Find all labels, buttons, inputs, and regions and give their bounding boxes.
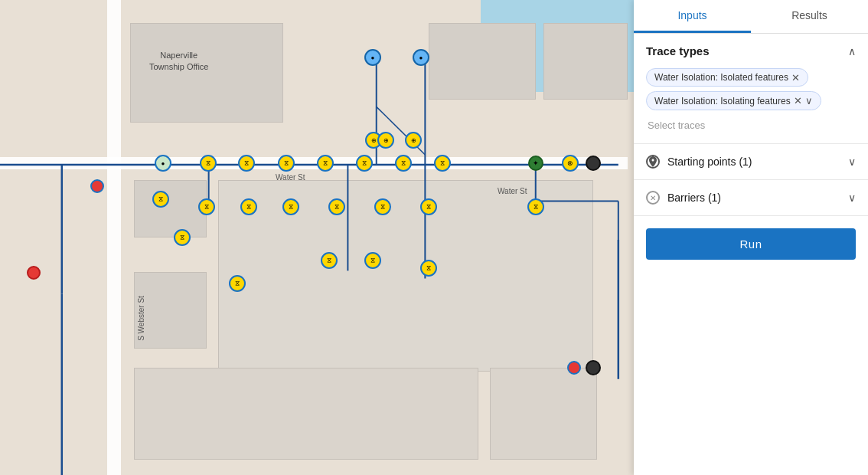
starting-points-section: Starting points (1) ∨ [634, 144, 868, 180]
node-3: ⧖ [278, 155, 295, 172]
node-18: ⧖ [527, 198, 544, 215]
road-v-left [107, 0, 121, 475]
map-container[interactable]: Naperville Township Office ⧖ ⧖ ⧖ ⧖ ⧖ ⧖ ⧖… [0, 0, 634, 475]
tab-results[interactable]: Results [751, 0, 868, 33]
trace-tag-2: Water Isolation: Isolating features ✕ ∨ [646, 91, 821, 110]
panel-content: Trace types ∧ Water Isolation: Isolated … [634, 34, 868, 475]
barriers-section: ✕ Barriers (1) ∨ [634, 180, 868, 216]
street-label-water-2: Water St [498, 187, 527, 195]
node-10: ● [413, 49, 429, 66]
node-cluster-2: ⊕ [377, 132, 394, 149]
node-8: ● [155, 155, 171, 172]
node-19: ⧖ [174, 229, 191, 246]
building-9 [543, 23, 628, 100]
tag-container: Water Isolation: Isolated features ✕ Wat… [646, 68, 856, 110]
node-5: ⧖ [356, 155, 373, 172]
node-7: ⧖ [434, 155, 451, 172]
trace-types-header[interactable]: Trace types ∧ [634, 34, 868, 68]
building-7 [490, 368, 597, 460]
run-button-container: Run [634, 216, 868, 272]
node-red-2 [27, 266, 41, 280]
node-6: ⧖ [395, 155, 412, 172]
starting-points-chevron-icon: ∨ [848, 156, 856, 168]
node-21: ⧖ [364, 252, 381, 269]
building-6 [134, 368, 478, 460]
select-traces-placeholder[interactable]: Select traces [646, 116, 856, 134]
node-17: ⧖ [420, 198, 437, 215]
node-2: ⧖ [238, 155, 255, 172]
node-20: ⧖ [321, 252, 338, 269]
trace-tag-1: Water Isolation: Isolated features ✕ [646, 68, 808, 87]
node-11: ⧖ [152, 191, 169, 208]
trace-tag-2-close[interactable]: ✕ [794, 96, 802, 106]
run-button[interactable]: Run [646, 228, 856, 260]
node-black-2: ⊗ [562, 155, 579, 172]
trace-types-content: Water Isolation: Isolated features ✕ Wat… [634, 68, 868, 143]
node-23: ⧖ [229, 275, 246, 292]
node-4: ⧖ [317, 155, 334, 172]
barriers-header[interactable]: ✕ Barriers (1) ∨ [634, 180, 868, 215]
node-black-3 [586, 360, 601, 375]
node-15: ⧖ [328, 198, 345, 215]
trace-tag-1-label: Water Isolation: Isolated features [654, 72, 788, 83]
barriers-icon: ✕ [646, 191, 660, 205]
node-12: ⧖ [198, 198, 215, 215]
node-cluster-3: ⊕ [405, 132, 422, 149]
building-8 [429, 23, 536, 100]
trace-tag-2-expand[interactable]: ∨ [805, 95, 813, 106]
place-label: Naperville Township Office [149, 50, 208, 74]
trace-types-section: Trace types ∧ Water Isolation: Isolated … [634, 34, 868, 144]
node-13: ⧖ [240, 198, 257, 215]
trace-tag-1-close[interactable]: ✕ [791, 73, 800, 83]
trace-types-title: Trace types [646, 44, 710, 57]
node-red-3 [567, 361, 581, 375]
node-red-1 [90, 179, 104, 193]
node-16: ⧖ [374, 198, 391, 215]
barriers-chevron-icon: ∨ [848, 192, 856, 204]
starting-points-label: Starting points (1) [667, 156, 840, 168]
node-1: ⧖ [200, 155, 217, 172]
node-14: ⧖ [282, 198, 299, 215]
starting-points-icon [646, 155, 660, 169]
trace-types-chevron-icon: ∧ [848, 45, 856, 57]
node-22: ⧖ [420, 260, 437, 277]
building-4 [134, 180, 207, 238]
street-label-water-1: Water St [276, 173, 305, 182]
node-9: ● [364, 49, 381, 66]
starting-points-header[interactable]: Starting points (1) ∨ [634, 144, 868, 179]
street-label-webster: S Webster St [137, 296, 145, 341]
side-panel: Inputs Results Trace types ∧ Water Isola… [634, 0, 868, 475]
node-black-1 [586, 156, 601, 171]
tabs-container: Inputs Results [634, 0, 868, 34]
tab-inputs[interactable]: Inputs [634, 0, 751, 33]
node-green: ✦ [528, 156, 543, 171]
trace-tag-2-label: Water Isolation: Isolating features [654, 96, 791, 106]
barriers-label: Barriers (1) [667, 192, 840, 204]
